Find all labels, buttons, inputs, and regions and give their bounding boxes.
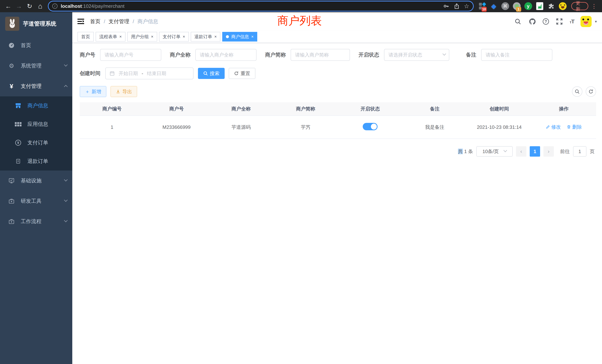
short-name-input[interactable] (291, 49, 350, 61)
extension-badge: 10 (482, 7, 487, 12)
user-avatar[interactable] (580, 16, 592, 27)
reset-button[interactable]: 重置 (229, 68, 255, 79)
active-dot-icon (226, 35, 229, 38)
gear-icon: ⚙ (8, 62, 15, 69)
sidebar-item-pay[interactable]: ¥ 支付管理 (0, 76, 72, 96)
edit-button[interactable]: 修改 (546, 124, 561, 130)
breadcrumb-home[interactable]: 首页 (90, 18, 100, 25)
start-date-placeholder: 开始日期 (119, 70, 138, 77)
sidebar-item-home[interactable]: 首页 (0, 35, 72, 56)
extension-y-icon[interactable]: y (524, 2, 532, 10)
pencil-icon (546, 125, 550, 129)
breadcrumb-separator: / (133, 19, 134, 24)
browser-reload-icon[interactable]: ↻ (25, 1, 34, 11)
extension-command-icon[interactable]: ⌘ (501, 2, 509, 10)
sidebar-header[interactable]: 芋道管理系统 (0, 12, 72, 35)
column-header: 开启状态 (338, 102, 402, 116)
tab-user-group[interactable]: 用户分组× (127, 32, 157, 42)
sidebar-item-workflow[interactable]: 工作流程 (0, 211, 72, 232)
status-toggle[interactable] (363, 123, 377, 130)
goto-label: 前往 (560, 148, 570, 155)
browser-back-icon[interactable]: ← (4, 1, 13, 11)
extension-apps-icon[interactable]: 10 (478, 2, 486, 10)
tab-process-form[interactable]: 流程表单× (96, 32, 126, 42)
search-icon (575, 89, 580, 94)
column-header: 商户编号 (80, 102, 144, 116)
sidebar-collapse-icon[interactable] (77, 19, 84, 24)
tab-merchant-info[interactable]: 商户信息× (222, 32, 257, 42)
extensions-puzzle-icon[interactable] (547, 2, 555, 10)
header-search-icon[interactable] (514, 17, 522, 26)
sidebar-item-devtools[interactable]: 研发工具 (0, 191, 72, 211)
pay-submenu: 商户信息 应用信息 ¥ 支付订单 退款订单 (0, 96, 72, 171)
extension-recorder-icon[interactable]: 1 (513, 2, 521, 10)
sidebar-item-refund-order[interactable]: 退款订单 (0, 152, 72, 171)
page: ← → ↻ ⌂ i localhost:1024/pay/merchant ☆ … (0, 0, 602, 364)
tab-pay-order[interactable]: 支付订单× (159, 32, 189, 42)
filter-label-full-name: 商户全称 (170, 51, 191, 58)
sidebar-item-label: 研发工具 (21, 198, 64, 205)
refresh-table-button[interactable] (586, 86, 596, 97)
sidebar-item-app-info[interactable]: 应用信息 (0, 115, 72, 133)
cell-short-name: 芋艿 (273, 116, 338, 139)
remark-input[interactable] (481, 49, 552, 61)
prev-page-button[interactable]: ‹ (516, 146, 526, 157)
merchant-no-input[interactable] (100, 49, 161, 61)
breadcrumb-current: 商户信息 (138, 18, 158, 25)
extension-gem-icon[interactable]: ◆ (490, 2, 498, 10)
browser-menu-icon[interactable]: ⋮ (591, 3, 597, 10)
bookmark-star-icon[interactable]: ☆ (464, 3, 469, 10)
browser-home-icon[interactable]: ⌂ (36, 1, 45, 11)
next-page-button[interactable]: › (543, 146, 554, 157)
goto-page-input[interactable] (573, 146, 586, 157)
fullscreen-icon[interactable] (555, 17, 563, 26)
close-icon[interactable]: × (183, 34, 185, 39)
caret-down-icon[interactable]: ▾ (595, 19, 597, 24)
sidebar-item-infra[interactable]: 基础设施 (0, 171, 72, 191)
tab-refund-order[interactable]: 退款订单× (191, 32, 221, 42)
address-bar[interactable]: i localhost:1024/pay/merchant ☆ (49, 1, 473, 11)
close-icon[interactable]: × (119, 34, 122, 39)
sidebar-item-merchant-info[interactable]: 商户信息 (0, 96, 72, 115)
browser-update-button[interactable]: 更新 (571, 2, 588, 10)
page-size-select[interactable]: 10条/页 (476, 146, 513, 157)
filter-label-status: 开启状态 (358, 51, 379, 58)
monitor-check-icon (8, 178, 15, 184)
sidebar-item-label: 工作流程 (21, 218, 64, 225)
site-info-icon[interactable]: i (52, 3, 57, 9)
end-date-placeholder: 结束日期 (147, 70, 166, 77)
filter-label-merchant-no: 商户号 (80, 51, 95, 58)
chevron-down-icon (64, 218, 68, 222)
breadcrumb-pay[interactable]: 支付管理 (109, 18, 129, 25)
github-icon[interactable] (528, 17, 536, 26)
tab-home[interactable]: 首页 (77, 32, 94, 42)
profile-avatar-icon[interactable] (559, 2, 567, 10)
filter-label-short-name: 商户简称 (265, 51, 286, 58)
column-header: 备注 (402, 102, 467, 116)
delete-button[interactable]: 删除 (567, 124, 582, 130)
create-time-range-picker[interactable]: 开始日期 - 结束日期 (105, 67, 194, 79)
sidebar-item-system[interactable]: ⚙ 系统管理 (0, 56, 72, 76)
url-text[interactable]: localhost:1024/pay/merchant (61, 3, 443, 9)
browser-forward-icon[interactable]: → (14, 1, 23, 11)
status-select[interactable] (384, 49, 449, 61)
add-button[interactable]: ＋ 新增 (80, 86, 106, 97)
filter-label-create-time: 创建时间 (80, 70, 100, 77)
chevron-down-icon (64, 198, 68, 202)
close-icon[interactable]: × (215, 34, 217, 39)
full-name-input[interactable] (195, 49, 257, 61)
annotation-title: 商户列表 (277, 13, 322, 28)
sidebar-item-pay-order[interactable]: ¥ 支付订单 (0, 133, 72, 152)
help-icon[interactable]: ? (543, 18, 549, 25)
font-size-icon[interactable]: тT (570, 18, 574, 25)
password-key-icon[interactable] (443, 3, 450, 9)
toggle-search-button[interactable] (572, 86, 582, 97)
close-icon[interactable]: × (151, 34, 153, 39)
export-button[interactable]: 导出 (110, 86, 137, 97)
extension-chart-icon[interactable] (536, 2, 543, 10)
share-icon[interactable] (454, 3, 460, 9)
filter-label-remark: 备注 (466, 51, 476, 58)
close-icon[interactable]: × (251, 34, 254, 39)
search-button[interactable]: 搜索 (198, 68, 225, 79)
page-number-button[interactable]: 1 (530, 146, 540, 157)
